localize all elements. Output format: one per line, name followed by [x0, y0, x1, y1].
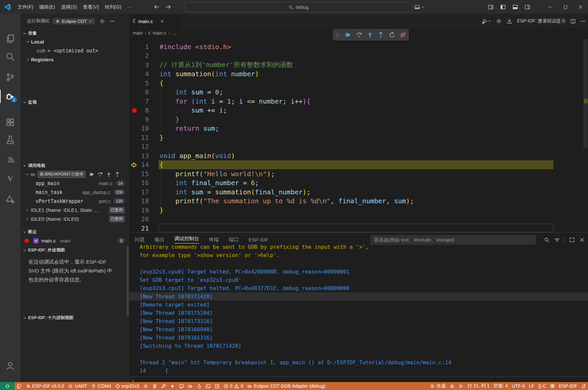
thread-step-into-icon[interactable] — [106, 172, 112, 177]
status-full-clean[interactable] — [150, 382, 159, 390]
line-number[interactable]: 10 — [129, 124, 149, 132]
status-problems-counter[interactable]: 00 — [222, 382, 246, 390]
code-line-8[interactable]: 8 sum += i; — [129, 106, 583, 115]
code-line-3[interactable]: 3// 计算从1到'number'所有整数求和的函数 — [129, 60, 583, 70]
status-encoding[interactable]: UTF-8 — [510, 382, 527, 390]
code-line-19[interactable]: 19} — [129, 206, 583, 215]
section-hexview[interactable]: ESP-IDF: 十六进制视图 — [20, 313, 129, 322]
debug-settings-gear-icon[interactable] — [99, 18, 105, 24]
status-open-folder[interactable] — [15, 382, 23, 390]
restart-icon[interactable] — [389, 32, 395, 38]
line-number[interactable]: 13 — [129, 152, 149, 160]
status-build-tool[interactable] — [159, 382, 168, 390]
code-line-2[interactable]: 2 — [129, 51, 583, 61]
status-device-target[interactable]: esp32s3 — [113, 382, 141, 390]
menu-4[interactable]: 查看(V) — [80, 0, 102, 14]
disconnect-icon[interactable] — [400, 32, 406, 38]
section-callstack[interactable]: 调用堆栈 — [20, 161, 129, 170]
menu-6[interactable]: ··· — [124, 0, 135, 14]
code-line-18[interactable]: 18 printf("The summation up to %d is %d\… — [129, 197, 583, 206]
status-indentation[interactable]: 空格: 4 — [492, 382, 510, 390]
maximize-button[interactable] — [558, 0, 573, 14]
line-number[interactable]: 12 — [129, 143, 149, 150]
thread-row[interactable]: IDLE0 (Name: IDLE0)已暂停 — [20, 214, 129, 223]
code-line-1[interactable]: 1#include <stdio.h> — [129, 42, 583, 51]
section-variables[interactable]: 变量 — [20, 29, 129, 37]
status-terminal[interactable] — [204, 382, 213, 390]
status-run-task[interactable] — [457, 382, 466, 390]
step-out-icon[interactable] — [378, 32, 384, 38]
menu-2[interactable]: 编辑(E) — [36, 0, 58, 14]
status-menuconfig[interactable] — [141, 382, 150, 390]
line-number[interactable]: 17 — [129, 188, 149, 196]
section-watch[interactable]: 监视 — [20, 98, 129, 106]
debug-run-icon[interactable] — [482, 18, 491, 24]
activity-search[interactable] — [0, 48, 20, 65]
status-commands[interactable] — [213, 382, 222, 390]
tree-row[interactable]: sum= <optimized out> — [20, 46, 129, 55]
stack-frame-main_task[interactable]: main_taskapp_startup.c208 — [20, 188, 129, 197]
status-build-task[interactable]: 生成 — [428, 382, 448, 390]
status-notifications[interactable] — [579, 382, 588, 390]
status-espidf-extension[interactable]: ESP-IDF — [557, 382, 579, 390]
section-breakpoints[interactable]: 断点 — [20, 228, 129, 236]
line-number[interactable]: 3 — [129, 61, 149, 69]
filter-list-icon[interactable] — [554, 237, 560, 243]
sidebar-scrollbar[interactable] — [127, 246, 129, 316]
console-filter-input[interactable]: 筛选器(例如 text、!exclude、\escape) — [371, 235, 536, 245]
code-line-6[interactable]: 6 int sum = 0; — [129, 88, 583, 97]
activity-testing[interactable] — [0, 131, 20, 148]
panel-search-icon[interactable] — [544, 237, 550, 243]
code-line-12[interactable]: 12 — [129, 142, 583, 151]
line-number[interactable]: 21 — [129, 224, 149, 232]
menu-3[interactable]: 选择(S) — [58, 0, 80, 14]
close-window-button[interactable] — [573, 0, 588, 14]
status-debug-task[interactable] — [448, 382, 457, 390]
code-editor[interactable]: 1#include <stdio.h>23// 计算从1到'number'所有整… — [129, 39, 583, 232]
thread-row[interactable]: IDLE1 (Name: IDLE1, State: R...已暂停 — [20, 206, 129, 214]
code-line-14[interactable]: 14{ — [129, 160, 583, 170]
status-active-debug-session[interactable]: Eclipse CDT GDB Adapter (debug) — [245, 382, 327, 390]
breadcrumb[interactable]: main › C main.c › ... — [133, 28, 176, 38]
tab-main-c[interactable]: C main.c — [129, 14, 180, 28]
line-number[interactable]: 15 — [129, 170, 149, 178]
line-number[interactable]: 4 — [129, 70, 149, 78]
activity-source-control[interactable] — [0, 69, 20, 86]
code-line-15[interactable]: 15 printf("Hello world!\n"); — [129, 169, 583, 179]
sidebar-more-actions-icon[interactable] — [110, 18, 115, 24]
thread-step-out-icon[interactable] — [115, 172, 120, 177]
breadcrumb-file[interactable]: main.c — [153, 30, 166, 36]
line-number[interactable]: 1 — [129, 43, 149, 51]
panel-tab-调试控制台[interactable]: 调试控制台 — [174, 236, 199, 244]
line-number[interactable]: 9 — [129, 115, 149, 123]
toggle-sidebar-right-icon[interactable] — [522, 4, 533, 10]
activity-v-ext[interactable]: V — [0, 170, 20, 187]
status-serial-port[interactable]: COM4 — [89, 382, 113, 390]
code-line-9[interactable]: 9 } — [129, 115, 583, 124]
breadcrumb-folder[interactable]: main — [133, 30, 143, 36]
toggle-panel-icon[interactable] — [510, 4, 521, 10]
status-monitor[interactable] — [177, 382, 186, 390]
code-line-7[interactable]: 7 for (int i = 1; i <= number; i++){ — [129, 97, 583, 106]
activity-extensions[interactable] — [0, 114, 20, 131]
debug-console-output[interactable]: Arbitrary commands can be sent to GDB by… — [129, 244, 588, 374]
status-extension-status[interactable] — [548, 382, 557, 390]
menu-5[interactable]: 转到(G) — [102, 0, 124, 14]
activity-account[interactable] — [0, 357, 20, 374]
code-line-21[interactable]: 21 — [129, 224, 583, 232]
code-line-17[interactable]: 17 int sum = summation(final_number); — [129, 187, 583, 197]
line-number[interactable]: 18 — [129, 197, 149, 205]
editor-action-label[interactable]: ESP-IDF: 搜索错误提示 — [517, 18, 566, 24]
thread-step-over-icon[interactable] — [97, 172, 103, 177]
nav-back-icon[interactable] — [154, 4, 159, 10]
line-number[interactable]: 2 — [129, 52, 149, 60]
code-line-16[interactable]: 16 int final_number = 6; — [129, 179, 583, 188]
line-number[interactable]: 20 — [129, 215, 149, 223]
command-center-search[interactable]: debug — [185, 2, 412, 12]
close-tab-icon[interactable] — [160, 19, 164, 23]
panel-tab-输出[interactable]: 输出 — [155, 237, 164, 243]
code-line-10[interactable]: 10 return sum; — [129, 124, 583, 133]
tree-row[interactable]: Registers — [20, 55, 129, 64]
panel-tab-端口[interactable]: 端口 — [229, 237, 239, 243]
status-espidf-version[interactable]: ESP-IDF v5.5.0 — [23, 382, 66, 390]
